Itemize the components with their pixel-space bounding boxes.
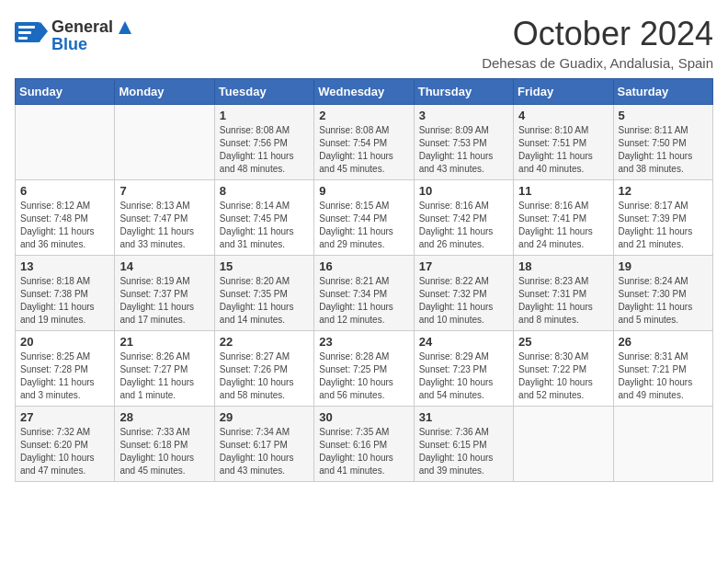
day-info: Sunrise: 7:36 AM Sunset: 6:15 PM Dayligh… xyxy=(419,426,508,477)
calendar-cell: 3Sunrise: 8:09 AM Sunset: 7:53 PM Daylig… xyxy=(414,105,513,180)
day-number: 29 xyxy=(220,410,309,424)
calendar-cell: 30Sunrise: 7:35 AM Sunset: 6:16 PM Dayli… xyxy=(314,407,414,482)
calendar-week-row: 1Sunrise: 8:08 AM Sunset: 7:56 PM Daylig… xyxy=(16,105,713,180)
day-number: 7 xyxy=(119,184,209,198)
calendar-cell: 31Sunrise: 7:36 AM Sunset: 6:15 PM Dayli… xyxy=(414,407,513,482)
logo: General Blue xyxy=(15,15,131,55)
calendar-cell: 15Sunrise: 8:20 AM Sunset: 7:35 PM Dayli… xyxy=(214,256,313,331)
day-number: 4 xyxy=(518,109,608,122)
calendar-cell: 5Sunrise: 8:11 AM Sunset: 7:50 PM Daylig… xyxy=(613,105,712,180)
day-number: 17 xyxy=(419,259,508,273)
calendar-cell xyxy=(613,407,712,482)
day-number: 8 xyxy=(220,184,309,198)
calendar-cell: 13Sunrise: 8:18 AM Sunset: 7:38 PM Dayli… xyxy=(16,256,115,331)
day-info: Sunrise: 8:30 AM Sunset: 7:22 PM Dayligh… xyxy=(518,350,608,402)
day-number: 10 xyxy=(419,184,508,198)
day-info: Sunrise: 8:10 AM Sunset: 7:51 PM Dayligh… xyxy=(518,124,608,176)
page-header: General Blue October 2024 Dehesas de Gua… xyxy=(15,15,713,71)
month-title: October 2024 xyxy=(482,15,713,53)
calendar-week-row: 20Sunrise: 8:25 AM Sunset: 7:28 PM Dayli… xyxy=(16,331,713,407)
svg-marker-1 xyxy=(40,22,48,40)
day-info: Sunrise: 8:29 AM Sunset: 7:23 PM Dayligh… xyxy=(419,350,508,402)
day-info: Sunrise: 8:17 AM Sunset: 7:39 PM Dayligh… xyxy=(619,200,708,251)
day-number: 20 xyxy=(20,335,109,349)
day-info: Sunrise: 8:15 AM Sunset: 7:44 PM Dayligh… xyxy=(319,200,408,251)
header-sunday: Sunday xyxy=(16,79,115,105)
calendar-cell: 29Sunrise: 7:34 AM Sunset: 6:17 PM Dayli… xyxy=(214,407,313,482)
calendar-cell: 4Sunrise: 8:10 AM Sunset: 7:51 PM Daylig… xyxy=(514,105,613,180)
day-number: 13 xyxy=(20,259,109,273)
header-friday: Friday xyxy=(514,79,613,105)
header-monday: Monday xyxy=(115,79,214,105)
calendar-cell: 6Sunrise: 8:12 AM Sunset: 7:48 PM Daylig… xyxy=(16,180,115,256)
day-number: 21 xyxy=(119,335,209,349)
day-info: Sunrise: 8:18 AM Sunset: 7:38 PM Dayligh… xyxy=(20,275,109,327)
day-info: Sunrise: 8:24 AM Sunset: 7:30 PM Dayligh… xyxy=(619,275,708,327)
day-number: 18 xyxy=(518,259,608,273)
calendar-cell: 28Sunrise: 7:33 AM Sunset: 6:18 PM Dayli… xyxy=(115,407,214,482)
day-info: Sunrise: 8:16 AM Sunset: 7:41 PM Dayligh… xyxy=(518,200,608,251)
day-info: Sunrise: 8:19 AM Sunset: 7:37 PM Dayligh… xyxy=(119,275,209,327)
day-info: Sunrise: 8:11 AM Sunset: 7:50 PM Dayligh… xyxy=(619,124,708,176)
day-number: 31 xyxy=(419,410,508,424)
calendar-cell: 10Sunrise: 8:16 AM Sunset: 7:42 PM Dayli… xyxy=(414,180,513,256)
calendar-week-row: 13Sunrise: 8:18 AM Sunset: 7:38 PM Dayli… xyxy=(16,256,713,331)
calendar-header-row: SundayMondayTuesdayWednesdayThursdayFrid… xyxy=(16,79,713,105)
day-number: 22 xyxy=(220,335,309,349)
day-info: Sunrise: 8:27 AM Sunset: 7:26 PM Dayligh… xyxy=(220,350,309,402)
day-info: Sunrise: 8:09 AM Sunset: 7:53 PM Dayligh… xyxy=(419,124,508,176)
calendar-cell: 16Sunrise: 8:21 AM Sunset: 7:34 PM Dayli… xyxy=(314,256,414,331)
calendar-cell: 14Sunrise: 8:19 AM Sunset: 7:37 PM Dayli… xyxy=(115,256,214,331)
day-number: 1 xyxy=(220,109,309,122)
day-number: 23 xyxy=(319,335,408,349)
day-info: Sunrise: 8:31 AM Sunset: 7:21 PM Dayligh… xyxy=(619,350,708,402)
svg-marker-5 xyxy=(119,21,131,34)
svg-rect-2 xyxy=(18,26,35,29)
calendar-cell: 19Sunrise: 8:24 AM Sunset: 7:30 PM Dayli… xyxy=(613,256,712,331)
calendar-cell: 26Sunrise: 8:31 AM Sunset: 7:21 PM Dayli… xyxy=(613,331,712,407)
day-number: 27 xyxy=(20,410,109,424)
day-number: 3 xyxy=(419,109,508,122)
calendar-cell: 23Sunrise: 8:28 AM Sunset: 7:25 PM Dayli… xyxy=(314,331,414,407)
day-info: Sunrise: 8:12 AM Sunset: 7:48 PM Dayligh… xyxy=(20,200,109,251)
header-thursday: Thursday xyxy=(414,79,513,105)
day-info: Sunrise: 8:08 AM Sunset: 7:54 PM Dayligh… xyxy=(319,124,408,176)
day-info: Sunrise: 7:35 AM Sunset: 6:16 PM Dayligh… xyxy=(319,426,408,477)
calendar-cell: 20Sunrise: 8:25 AM Sunset: 7:28 PM Dayli… xyxy=(16,331,115,407)
day-info: Sunrise: 8:26 AM Sunset: 7:27 PM Dayligh… xyxy=(119,350,209,402)
calendar-cell: 24Sunrise: 8:29 AM Sunset: 7:23 PM Dayli… xyxy=(414,331,513,407)
day-info: Sunrise: 8:22 AM Sunset: 7:32 PM Dayligh… xyxy=(419,275,508,327)
day-info: Sunrise: 7:34 AM Sunset: 6:17 PM Dayligh… xyxy=(220,426,309,477)
svg-rect-4 xyxy=(18,37,28,40)
calendar-cell xyxy=(16,105,115,180)
calendar-cell: 1Sunrise: 8:08 AM Sunset: 7:56 PM Daylig… xyxy=(214,105,313,180)
calendar-cell: 12Sunrise: 8:17 AM Sunset: 7:39 PM Dayli… xyxy=(613,180,712,256)
location-subtitle: Dehesas de Guadix, Andalusia, Spain xyxy=(482,55,713,71)
logo-text: General Blue xyxy=(51,18,131,52)
header-wednesday: Wednesday xyxy=(314,79,414,105)
logo-blue-text: Blue xyxy=(51,36,131,52)
calendar-week-row: 6Sunrise: 8:12 AM Sunset: 7:48 PM Daylig… xyxy=(16,180,713,256)
day-info: Sunrise: 8:28 AM Sunset: 7:25 PM Dayligh… xyxy=(319,350,408,402)
calendar-cell: 17Sunrise: 8:22 AM Sunset: 7:32 PM Dayli… xyxy=(414,256,513,331)
calendar-cell: 2Sunrise: 8:08 AM Sunset: 7:54 PM Daylig… xyxy=(314,105,414,180)
day-number: 19 xyxy=(619,259,708,273)
header-tuesday: Tuesday xyxy=(214,79,313,105)
day-info: Sunrise: 8:08 AM Sunset: 7:56 PM Dayligh… xyxy=(220,124,309,176)
calendar-cell: 8Sunrise: 8:14 AM Sunset: 7:45 PM Daylig… xyxy=(214,180,313,256)
day-number: 25 xyxy=(518,335,608,349)
day-info: Sunrise: 8:23 AM Sunset: 7:31 PM Dayligh… xyxy=(518,275,608,327)
day-info: Sunrise: 8:16 AM Sunset: 7:42 PM Dayligh… xyxy=(419,200,508,251)
logo-graphic xyxy=(15,15,48,55)
day-number: 6 xyxy=(20,184,109,198)
day-number: 15 xyxy=(220,259,309,273)
calendar-cell xyxy=(115,105,214,180)
day-number: 2 xyxy=(319,109,408,122)
calendar-table: SundayMondayTuesdayWednesdayThursdayFrid… xyxy=(15,78,713,482)
day-info: Sunrise: 7:33 AM Sunset: 6:18 PM Dayligh… xyxy=(119,426,209,477)
day-number: 12 xyxy=(619,184,708,198)
day-number: 11 xyxy=(518,184,608,198)
calendar-cell: 27Sunrise: 7:32 AM Sunset: 6:20 PM Dayli… xyxy=(16,407,115,482)
title-block: October 2024 Dehesas de Guadix, Andalusi… xyxy=(482,15,713,71)
calendar-cell: 11Sunrise: 8:16 AM Sunset: 7:41 PM Dayli… xyxy=(514,180,613,256)
